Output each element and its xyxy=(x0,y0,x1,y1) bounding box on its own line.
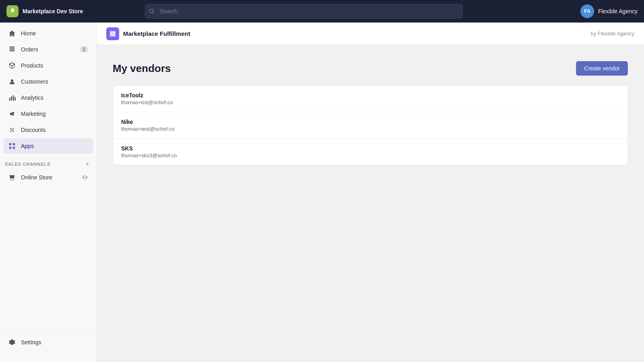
svg-point-4 xyxy=(11,79,13,82)
svg-rect-3 xyxy=(10,50,15,51)
vendor-name: SKS xyxy=(121,145,619,152)
user-name: Flexible Agency xyxy=(598,8,638,14)
svg-rect-14 xyxy=(13,147,15,149)
sales-channels-section: SALES CHANNELS + xyxy=(0,154,96,170)
svg-point-10 xyxy=(12,130,14,132)
app-header: Marketplace Fulfillment by Flexible Agen… xyxy=(97,23,644,45)
sidebar-item-discounts[interactable]: Discounts xyxy=(3,122,93,138)
sidebar-label-home: Home xyxy=(21,30,36,37)
sidebar-nav: Home Orders 2 xyxy=(0,23,96,154)
sidebar-label-discounts: Discounts xyxy=(21,127,45,133)
app-header-left: Marketplace Fulfillment xyxy=(106,27,190,40)
app-icon xyxy=(106,27,119,40)
sidebar-footer: Settings xyxy=(0,331,96,354)
svg-rect-2 xyxy=(10,48,15,49)
svg-rect-6 xyxy=(11,96,12,101)
analytics-icon xyxy=(8,94,16,102)
page-body: My vendors Create vendor IceToolz thomas… xyxy=(97,45,644,362)
add-sales-channel-button[interactable]: + xyxy=(83,160,91,168)
sidebar-label-apps: Apps xyxy=(21,143,34,149)
online-store-icon xyxy=(8,173,16,181)
settings-icon xyxy=(8,338,16,346)
main-content: Marketplace Fulfillment by Flexible Agen… xyxy=(97,23,644,362)
create-vendor-button[interactable]: Create vendor xyxy=(576,61,628,76)
discounts-icon xyxy=(8,126,16,134)
svg-rect-8 xyxy=(14,97,16,101)
sales-channels-label: SALES CHANNELS xyxy=(5,162,50,167)
vendor-row[interactable]: IceToolz thomas+ice@schof.co xyxy=(113,86,627,112)
vendor-email: thomas+ice@schof.co xyxy=(121,99,619,105)
products-icon xyxy=(8,62,16,70)
vendor-email: thomas+test@schof.co xyxy=(121,126,619,132)
vendor-name: Nike xyxy=(121,119,619,125)
orders-icon xyxy=(8,45,16,53)
app-agency: by Flexible Agency xyxy=(591,31,634,37)
svg-rect-1 xyxy=(10,47,15,48)
customers-icon xyxy=(8,78,16,86)
sidebar-item-apps[interactable]: Apps xyxy=(3,138,93,154)
sidebar-item-marketing[interactable]: Marketing xyxy=(3,106,93,121)
sidebar-item-online-store[interactable]: Online Store xyxy=(3,170,93,185)
svg-rect-13 xyxy=(9,147,11,149)
svg-point-16 xyxy=(13,179,14,181)
app-title: Marketplace Fulfillment xyxy=(123,30,190,37)
marketing-icon xyxy=(8,110,16,118)
sidebar-item-orders[interactable]: Orders 2 xyxy=(3,42,93,57)
svg-rect-11 xyxy=(9,143,11,145)
sidebar-label-settings: Settings xyxy=(21,339,41,346)
sidebar-item-products[interactable]: Products xyxy=(3,58,93,73)
sidebar-label-customers: Customers xyxy=(21,78,48,85)
vendor-email: thomas+sks3@schof.co xyxy=(121,152,619,158)
top-navigation: Marketplace Dev Store FA Flexible Agency xyxy=(0,0,644,23)
svg-rect-5 xyxy=(9,98,10,101)
store-name: Marketplace Dev Store xyxy=(23,8,83,14)
vendor-name: IceToolz xyxy=(121,92,619,99)
sidebar: Home Orders 2 xyxy=(0,23,97,362)
store-brand[interactable]: Marketplace Dev Store xyxy=(6,5,83,17)
sidebar-label-online-store: Online Store xyxy=(21,174,52,181)
user-area[interactable]: FA Flexible Agency xyxy=(580,4,638,18)
search-input[interactable] xyxy=(145,4,463,19)
sidebar-label-products: Products xyxy=(21,62,43,69)
search-bar[interactable] xyxy=(145,4,463,19)
svg-rect-7 xyxy=(13,95,14,101)
sidebar-label-marketing: Marketing xyxy=(21,111,45,117)
sidebar-item-analytics[interactable]: Analytics xyxy=(3,90,93,105)
search-icon xyxy=(149,8,155,14)
vendor-row[interactable]: Nike thomas+test@schof.co xyxy=(113,112,627,139)
home-icon xyxy=(8,29,16,37)
vendors-list: IceToolz thomas+ice@schof.co Nike thomas… xyxy=(113,85,628,165)
sidebar-item-home[interactable]: Home xyxy=(3,26,93,41)
svg-point-17 xyxy=(84,177,85,178)
avatar: FA xyxy=(580,4,594,18)
online-store-visibility-icon[interactable] xyxy=(82,174,88,181)
svg-rect-12 xyxy=(13,143,15,145)
orders-badge: 2 xyxy=(80,46,88,53)
page-title: My vendors xyxy=(113,62,171,75)
shopify-logo-icon xyxy=(6,5,19,17)
sidebar-label-orders: Orders xyxy=(21,46,38,53)
vendor-row[interactable]: SKS thomas+sks3@schof.co xyxy=(113,139,627,165)
sidebar-item-settings[interactable]: Settings xyxy=(3,335,93,350)
svg-point-15 xyxy=(10,179,12,181)
sidebar-label-analytics: Analytics xyxy=(21,95,43,101)
vendors-header: My vendors Create vendor xyxy=(113,61,628,76)
svg-point-9 xyxy=(10,128,12,130)
apps-icon xyxy=(8,142,16,150)
sidebar-item-customers[interactable]: Customers xyxy=(3,74,93,89)
